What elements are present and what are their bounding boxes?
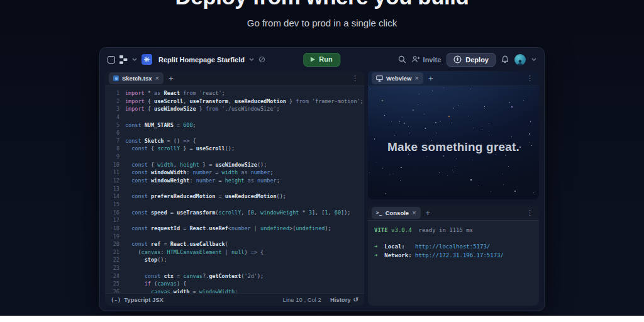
new-tab-button[interactable]: + [425, 74, 437, 82]
star [448, 116, 450, 117]
new-tab-button[interactable]: + [165, 74, 177, 82]
star [425, 128, 426, 129]
star [475, 142, 476, 142]
chevron-down-icon[interactable] [531, 58, 536, 61]
repl-title[interactable]: Replit Homepage Starfield [158, 56, 245, 64]
star [531, 145, 532, 146]
page-subtitle: Go from dev to prod in a single click [0, 18, 644, 28]
star [376, 162, 377, 163]
editor-pane: Sketch.tsx × + ⋮ 1import * as React from… [105, 71, 364, 306]
tab-console[interactable]: >_ Console × [372, 207, 421, 219]
notifications-bell-icon[interactable] [501, 55, 509, 64]
line-number: 18 [110, 225, 119, 233]
monitor-icon [376, 75, 383, 82]
line-number: 23 [110, 264, 119, 272]
line-number: 26 [110, 288, 119, 293]
star [418, 104, 418, 105]
code-line: 6 [110, 129, 364, 137]
star [482, 130, 482, 130]
console-menu-icon[interactable]: ⋮ [523, 209, 536, 217]
line-number: 7 [110, 137, 119, 145]
avatar-person-icon [517, 60, 523, 65]
history-button[interactable]: History ↺ [330, 296, 358, 303]
replit-logo[interactable] [119, 55, 128, 64]
new-tab-button[interactable]: + [422, 209, 435, 217]
code-line: 1import * as React from 'react'; [110, 89, 364, 97]
invite-button[interactable]: Invite [412, 56, 441, 64]
line-number: 15 [110, 201, 119, 209]
run-button-label: Run [319, 55, 332, 63]
code-line: 16 const speed = useTransform(scrollY, [… [110, 209, 364, 217]
code-line: 19 [110, 233, 364, 241]
star [440, 121, 441, 122]
close-tab-icon[interactable]: × [414, 75, 418, 82]
editor-menu-icon[interactable]: ⋮ [348, 74, 362, 82]
star [399, 121, 400, 122]
sidebar-toggle-icon[interactable] [108, 56, 115, 64]
star [456, 158, 457, 160]
avatar[interactable] [514, 54, 526, 65]
code-line: 25 if (canvas) { [110, 280, 364, 288]
line-number: 22 [110, 256, 119, 264]
star [453, 172, 454, 172]
star [454, 140, 455, 140]
history-label: History [330, 296, 351, 303]
star [369, 172, 370, 173]
repl-icon[interactable] [142, 54, 152, 65]
star [470, 179, 472, 180]
editor-tabbar: Sketch.tsx × + ⋮ [105, 71, 364, 86]
code-line: 22 stop(); [110, 256, 364, 264]
close-tab-icon[interactable]: × [412, 209, 416, 216]
console-line: ➜ Local: http://localhost:5173/ [374, 243, 533, 251]
star [402, 117, 402, 118]
console-pane: >_ Console × + ⋮ VITE v3.0.4 ready in 11… [368, 206, 539, 306]
tab-webview[interactable]: Webview × [372, 72, 423, 84]
line-number: 10 [110, 161, 119, 169]
code-line: 18 const requestId = React.useRef<number… [110, 225, 364, 233]
webview-pane: Webview × + ⋮ Make something great. [368, 71, 539, 199]
star [502, 174, 503, 174]
search-icon[interactable] [398, 55, 406, 64]
line-number: 1 [110, 89, 119, 97]
webview-content[interactable]: Make something great. [368, 86, 539, 199]
run-button[interactable]: Run [303, 53, 340, 67]
line-number: 12 [110, 177, 119, 185]
code-editor[interactable]: 1import * as React from 'react';2import … [105, 86, 364, 293]
invite-label: Invite [423, 56, 441, 64]
language-label: Typscript JSX [124, 296, 164, 303]
console-output[interactable]: VITE v3.0.4 ready in 1115 ms➜ Local: htt… [368, 221, 539, 306]
star [409, 133, 410, 133]
star [519, 147, 521, 148]
deploy-button[interactable]: Deploy [447, 53, 496, 67]
line-number: 21 [110, 248, 119, 257]
star [496, 154, 497, 155]
star [413, 109, 414, 111]
starfield [368, 86, 539, 199]
line-number: 17 [110, 216, 119, 225]
tab-sketch-tsx[interactable]: Sketch.tsx × [109, 72, 164, 84]
star [533, 192, 534, 193]
tab-label: Sketch.tsx [122, 75, 152, 82]
console-line: ➜ Network: http://172.31.196.17:5173/ [374, 252, 533, 260]
line-number: 25 [110, 280, 119, 288]
line-number: 19 [110, 233, 119, 241]
editor-statusbar: (-) Typscript JSX Line 10 , Col 2 Histor… [105, 293, 364, 306]
star [489, 123, 489, 124]
webview-menu-icon[interactable]: ⋮ [523, 74, 536, 82]
close-tab-icon[interactable]: × [155, 75, 159, 82]
star [385, 193, 386, 194]
chevron-down-icon[interactable] [132, 58, 137, 61]
console-line [374, 235, 533, 243]
code-line: 3import { useWindowSize } from './useWin… [110, 105, 364, 113]
code-line: 4 [110, 113, 364, 121]
code-line: 11 const windowWidth: number = width as … [110, 169, 364, 177]
star [408, 126, 409, 126]
chevron-down-icon[interactable] [249, 58, 254, 61]
code-line: 15 [110, 201, 364, 209]
star [505, 155, 506, 156]
star [503, 184, 504, 185]
star [439, 172, 440, 173]
line-number: 6 [110, 129, 119, 137]
star [523, 100, 524, 101]
code-line: 13 [110, 185, 364, 193]
